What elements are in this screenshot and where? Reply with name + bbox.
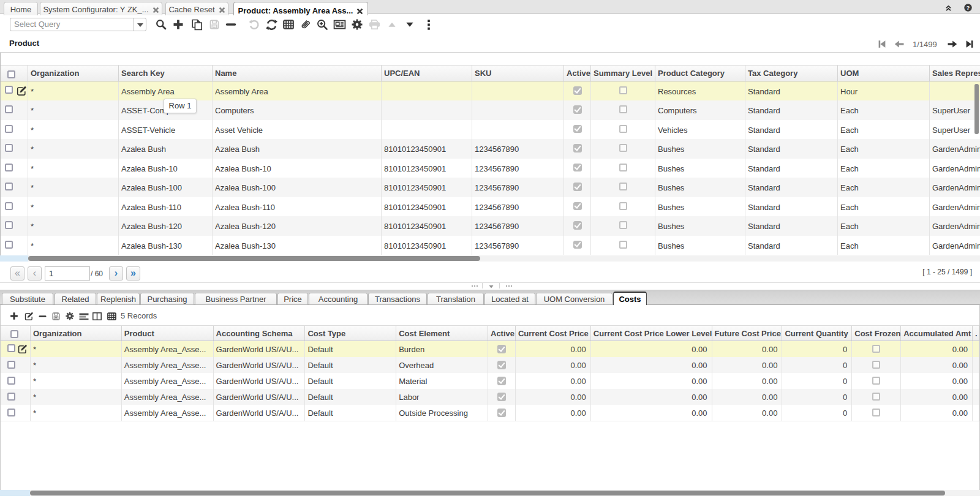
svg-text:?: ? [967, 4, 970, 11]
